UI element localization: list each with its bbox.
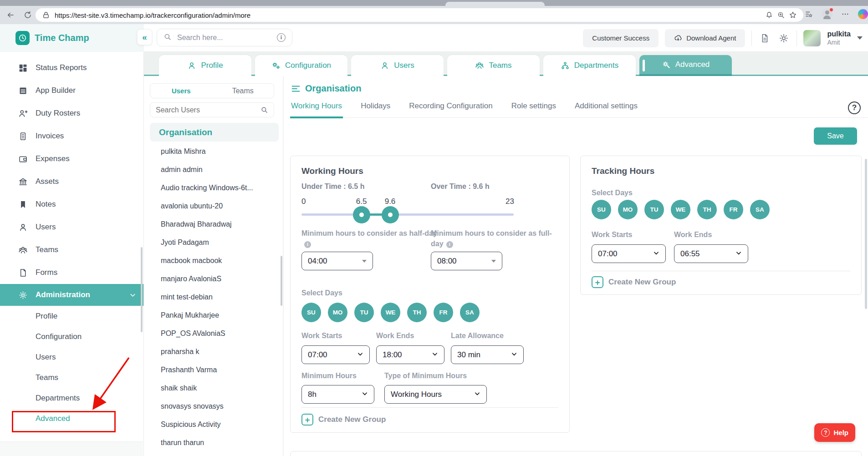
user-list-item[interactable]: snovasys snovasys [144,397,283,415]
search-info-icon[interactable]: i [277,33,286,42]
tracking-day-su[interactable]: SU [592,200,611,219]
minimum-hours-select[interactable]: 8h [301,385,374,404]
sidebar-subitem-departments[interactable]: Departments [0,388,143,408]
copilot-icon[interactable] [858,9,868,19]
sidebar-item-users[interactable]: Users [0,216,143,238]
subtab-additional-settings[interactable]: Additional settings [574,101,638,117]
user-list-item[interactable]: tharun tharun [144,434,283,452]
sidebar-item-assets[interactable]: Assets [0,170,143,193]
zoom-in-icon[interactable] [775,9,787,21]
work-starts-select[interactable]: 07:00 [301,345,370,364]
sidebar-item-status-reports[interactable]: Status Reports [0,56,143,79]
sidebar-item-forms[interactable]: Forms [0,261,143,284]
sidebar-collapse-button[interactable]: « [137,29,152,45]
favorite-star-icon[interactable] [787,9,799,21]
subtab-recording-configuration[interactable]: Recording Configuration [408,101,493,117]
work-ends-select[interactable]: 18:00 [376,345,444,364]
global-search[interactable]: i [157,29,292,46]
user-list-item[interactable]: macbook macbook [144,252,283,270]
user-list-item[interactable]: shaik shaik [144,379,283,397]
sidebar-subitem-configuration[interactable]: Configuration [0,326,143,347]
user-list-item[interactable]: POP_OS AValoniaS [144,324,283,343]
user-list-scrollbar[interactable] [281,256,282,306]
help-question-icon[interactable]: ? [848,101,861,114]
tracking-day-mo[interactable]: MO [618,200,638,219]
info-icon[interactable]: i [304,241,311,248]
sidebar-item-teams[interactable]: Teams [0,238,143,261]
collections-icon[interactable] [803,8,815,20]
tracking-work-ends-select[interactable]: 06:55 [674,244,748,263]
sidebar-subitem-profile[interactable]: Profile [0,306,143,326]
help-button[interactable]: ?Help [814,423,855,442]
tracking-work-starts-select[interactable]: 07:00 [592,244,666,263]
sidebar-subitem-users[interactable]: Users [0,347,143,367]
sidebar-scrollbar[interactable] [141,247,143,332]
tracking-day-fr[interactable]: FR [724,200,743,219]
toggle-teams[interactable]: Teams [212,84,274,98]
working-day-tu[interactable]: TU [354,303,374,322]
late-allowance-select[interactable]: 30 min [451,345,524,364]
sidebar-item-app-builder[interactable]: App Builder [0,79,143,102]
sidebar-subitem-teams[interactable]: Teams [0,367,143,388]
tracking-day-we[interactable]: WE [671,200,690,219]
settings-gear-icon[interactable] [777,32,790,45]
save-button[interactable]: Save [814,127,857,145]
user-list-item[interactable]: avalonia ubuntu-20 [144,197,283,215]
user-list-item[interactable]: Prashanth Varma [144,361,283,379]
user-list-item[interactable]: pulkita Mishra [144,142,283,161]
user-list-item[interactable]: manjaro AvaloniaS [144,270,283,288]
user-list-item[interactable]: Jyoti Padagam [144,233,283,252]
create-new-group-button[interactable]: + Create New Group [301,414,386,426]
user-menu-caret-icon[interactable] [857,36,863,40]
user-identity[interactable]: pulkita Amit [827,30,851,46]
search-users-input[interactable] [156,106,260,114]
user-list-item[interactable]: Audio tracking Windows-6t... [144,179,283,197]
working-day-mo[interactable]: MO [328,303,347,322]
user-list-item[interactable]: mint test-debian [144,288,283,306]
tab-users[interactable]: Users [351,55,444,76]
hours-slider-track[interactable] [301,213,514,216]
user-list-item[interactable]: Suspicious Activity [144,415,283,434]
slider-handle-overtime[interactable] [382,206,399,223]
subtab-working-hours[interactable]: Working Hours [290,101,343,118]
tracking-day-sa[interactable]: SA [750,200,770,219]
global-search-input[interactable] [177,34,277,42]
sidebar-item-expenses[interactable]: Expenses [0,147,143,170]
slider-handle-undertime[interactable] [353,206,370,223]
browser-tab[interactable] [445,2,545,6]
toggle-users[interactable]: Users [150,84,212,98]
report-document-icon[interactable] [758,32,771,45]
user-avatar[interactable] [803,30,821,46]
organisation-group-header[interactable]: Organisation [150,123,279,142]
sidebar-item-invoices[interactable]: Invoices [0,125,143,147]
main-scrollbar[interactable] [865,159,867,309]
tab-teams[interactable]: Teams [447,55,540,76]
tab-advanced[interactable]: Advanced [639,55,732,76]
notification-bell-icon[interactable] [763,9,775,21]
working-day-we[interactable]: WE [381,303,400,322]
half-day-select[interactable]: 04:00 [301,252,373,270]
sidebar-item-duty-rosters[interactable]: Duty Rosters [0,102,143,125]
url-bar[interactable]: https://test-site.v3.timechamp.io/tracke… [36,8,803,22]
customer-success-button[interactable]: Customer Success [583,29,659,47]
subtab-holidays[interactable]: Holidays [360,101,391,117]
working-day-su[interactable]: SU [301,303,321,322]
tracking-day-tu[interactable]: TU [644,200,664,219]
working-day-th[interactable]: TH [407,303,427,322]
user-list-item[interactable]: Bharadwaj Bharadwaj [144,215,283,233]
working-day-fr[interactable]: FR [434,303,453,322]
user-list-item[interactable]: Pankaj Mukharjee [144,306,283,324]
sidebar-item-administration[interactable]: Administration [0,284,143,306]
type-minimum-hours-select[interactable]: Working Hours [384,385,487,404]
back-icon[interactable] [5,9,16,21]
refresh-icon[interactable] [22,9,34,21]
browser-profile-avatar[interactable] [822,9,832,20]
tab-profile[interactable]: Profile [159,55,251,76]
search-users-box[interactable] [150,102,274,117]
tracking-day-th[interactable]: TH [697,200,717,219]
full-day-select[interactable]: 08:00 [431,252,502,270]
tab-departments[interactable]: Departments [543,55,636,76]
sidebar-item-notes[interactable]: Notes [0,193,143,216]
info-icon[interactable]: i [446,241,453,248]
download-agent-button[interactable]: Download Agent [665,29,745,47]
